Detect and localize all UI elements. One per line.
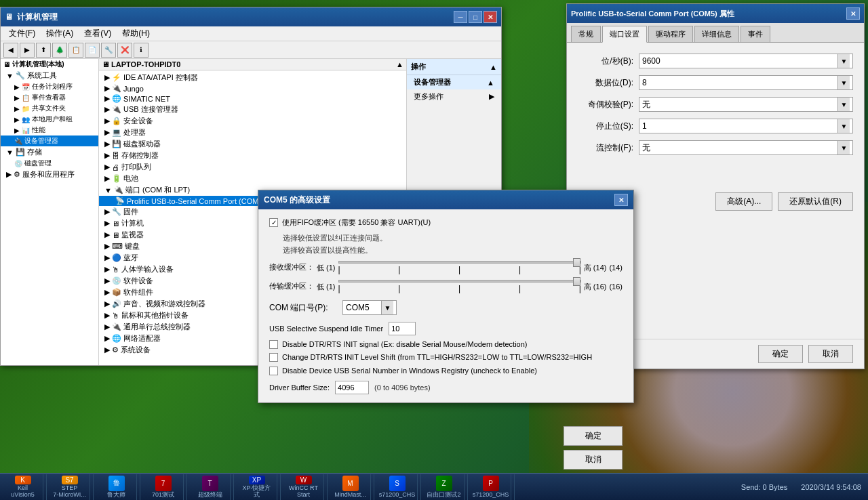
toolbar-show-hide-tree[interactable]: 🌲 (52, 43, 67, 58)
driver-buffer-input[interactable] (335, 381, 369, 394)
taskbar-ziyou-btn[interactable]: Z 自由口测试2 (424, 474, 465, 500)
tree-services[interactable]: ▶⚙服务和应用程序 (1, 169, 98, 180)
taskbar-pdf-btn[interactable]: P s71200_CHS (471, 474, 511, 500)
action-more[interactable]: 更多操作 ▶ (407, 89, 501, 104)
prop-ok-button[interactable]: 确定 (758, 345, 803, 363)
send-slider-thumb[interactable] (573, 277, 580, 286)
taskbar-step7-btn[interactable]: S7 STEP7-MicroWI... (50, 474, 90, 500)
adv-ok-button[interactable]: 确定 (564, 426, 623, 446)
wincc-icon: W (296, 476, 312, 484)
tree-shared-folders[interactable]: ▶📁共享文件夹 (1, 103, 98, 114)
send-low-label: 低 (1) (317, 282, 336, 292)
adv-close-button[interactable]: ✕ (614, 194, 628, 206)
dev-battery[interactable]: ▶🔋电池 (99, 173, 406, 184)
tree-performance[interactable]: ▶📊性能 (1, 125, 98, 136)
menu-action[interactable]: 操作(A) (41, 26, 79, 41)
parity-select[interactable]: 无 ▼ (639, 97, 853, 112)
tree-system-tools[interactable]: ▼🔧系统工具 (1, 70, 98, 81)
flow-ctrl-arrow[interactable]: ▼ (837, 141, 850, 154)
dev-jungo[interactable]: ▶🔌Jungo (99, 83, 406, 93)
checkbox-dtr-rts-2: Change DTR/RTS INIT Level Shift (from TT… (269, 352, 623, 362)
prop-cancel-button[interactable]: 取消 (808, 345, 853, 363)
tab-events[interactable]: 事件 (741, 26, 770, 42)
cm-maximize-button[interactable]: □ (469, 11, 482, 23)
dev-security[interactable]: ▶🔒安全设备 (99, 115, 406, 127)
com-port-select[interactable]: COM5 ▼ (342, 300, 397, 315)
baud-rate-select[interactable]: 9600 ▼ (639, 54, 853, 68)
action-collapse[interactable]: ▲ (490, 63, 497, 71)
adv-cancel-button[interactable]: 取消 (564, 450, 623, 470)
toolbar-btn6[interactable]: ℹ (134, 43, 149, 58)
cm-close-button[interactable]: ✕ (484, 11, 497, 23)
toolbar-up[interactable]: ⬆ (36, 43, 51, 58)
dev-simatic[interactable]: ▶🌐SIMATIC NET (99, 93, 406, 104)
tree-disk-mgmt[interactable]: 💿磁盘管理 (1, 158, 98, 169)
menu-view[interactable]: 查看(V) (79, 26, 117, 41)
data-bits-label: 数据位(D): (578, 77, 639, 89)
tree-computer-mgmt[interactable]: 🖥计算机管理(本地) (1, 59, 98, 70)
restore-defaults-button[interactable]: 还原默认值(R) (778, 192, 853, 211)
com-port-row: COM 端口号(P): COM5 ▼ (269, 300, 623, 315)
toolbar-forward[interactable]: ▶ (20, 43, 35, 58)
dev-usb-conn[interactable]: ▶🔌USB 连接管理器 (99, 104, 406, 115)
dev-processor[interactable]: ▶💻处理器 (99, 127, 406, 138)
tab-general[interactable]: 常规 (571, 26, 601, 42)
tree-local-users[interactable]: ▶👥本地用户和组 (1, 114, 98, 125)
tree-storage[interactable]: ▼💾存储 (1, 146, 98, 158)
advanced-button[interactable]: 高级(A)... (715, 192, 772, 211)
usb-timer-input[interactable] (389, 322, 416, 335)
tree-device-manager[interactable]: 🔌设备管理器 (1, 136, 98, 146)
parity-value: 无 (642, 99, 650, 110)
taskbar-wincc-btn[interactable]: W WinCC RTStart (283, 474, 324, 500)
action-device-manager[interactable]: 设备管理器 ▲ (407, 75, 501, 89)
tab-details[interactable]: 详细信息 (694, 26, 739, 42)
prop-close-button[interactable]: ✕ (846, 7, 860, 20)
mind-label: MindMast... (334, 492, 366, 499)
stop-bits-select[interactable]: 1 ▼ (639, 119, 853, 133)
recv-slider-track-wrap: ||||| (338, 261, 581, 274)
info-text-2: 选择较高设置以提高性能。 (269, 245, 623, 255)
taskbar-super-btn[interactable]: T 超级终端 (190, 474, 231, 500)
taskbar-mind-btn[interactable]: M MindMast... (330, 474, 371, 500)
cm-toolbar: ◀ ▶ ⬆ 🌲 📋 📄 🔧 ❌ ℹ (1, 41, 501, 59)
step7-label: STEP7-MicroWI... (53, 485, 86, 499)
adv-titlebar: COM5 的高级设置 ✕ (258, 190, 633, 209)
dev-disk[interactable]: ▶💾磁盘驱动器 (99, 138, 406, 150)
taskbar-keil-btn[interactable]: K KeiluVision5 (3, 474, 43, 500)
toolbar-btn3[interactable]: 📄 (85, 43, 100, 58)
recv-label: 接收缓冲区： (269, 262, 314, 272)
toolbar-btn4[interactable]: 🔧 (101, 43, 116, 58)
dev-print[interactable]: ▶🖨打印队列 (99, 161, 406, 173)
cm-minimize-button[interactable]: ─ (454, 11, 467, 23)
tree-event-viewer[interactable]: ▶📋事件查看器 (1, 92, 98, 103)
data-bits-select[interactable]: 8 ▼ (639, 75, 853, 90)
taskbar-701-btn[interactable]: 7 701测试 (143, 474, 184, 500)
toolbar-back[interactable]: ◀ (3, 43, 18, 58)
fifo-checkbox[interactable]: ✓ (269, 218, 278, 227)
tab-driver[interactable]: 驱动程序 (648, 26, 693, 42)
dev-storage-ctrl[interactable]: ▶🗄存储控制器 (99, 150, 406, 161)
baud-rate-arrow[interactable]: ▼ (837, 54, 850, 68)
toolbar-btn5[interactable]: ❌ (117, 43, 132, 58)
checkbox-dtr-rts-2-box[interactable] (269, 353, 278, 362)
taskbar-lu-btn[interactable]: 鲁 鲁大师 (96, 474, 137, 500)
stop-bits-arrow[interactable]: ▼ (837, 119, 850, 133)
tab-port-settings[interactable]: 端口设置 (602, 26, 647, 43)
device-panel-header: 🖥 LAPTOP-TOHPIDT0 ▲ (99, 59, 406, 70)
checkbox-usb-serial-box[interactable] (269, 367, 278, 375)
toolbar-btn2[interactable]: 📋 (68, 43, 83, 58)
tree-task-scheduler[interactable]: ▶📅任务计划程序 (1, 81, 98, 92)
header-actions: ▲ (396, 60, 403, 68)
taskbar-s71200-btn[interactable]: S s71200_CHS (377, 474, 418, 500)
com-port-arrow[interactable]: ▼ (381, 301, 393, 314)
keil-icon: K (15, 476, 31, 484)
menu-help[interactable]: 帮助(H) (117, 26, 155, 41)
menu-file[interactable]: 文件(F) (3, 26, 41, 41)
dev-ide[interactable]: ▶⚡IDE ATA/ATAPI 控制器 (99, 72, 406, 83)
checkbox-dtr-rts-1-box[interactable] (269, 340, 278, 349)
flow-ctrl-select[interactable]: 无 ▼ (639, 140, 853, 155)
taskbar-xp-btn[interactable]: XP XP-快捷方式 (237, 474, 277, 500)
parity-arrow[interactable]: ▼ (837, 98, 850, 111)
recv-slider-thumb[interactable] (573, 258, 580, 267)
data-bits-arrow[interactable]: ▼ (837, 76, 850, 89)
